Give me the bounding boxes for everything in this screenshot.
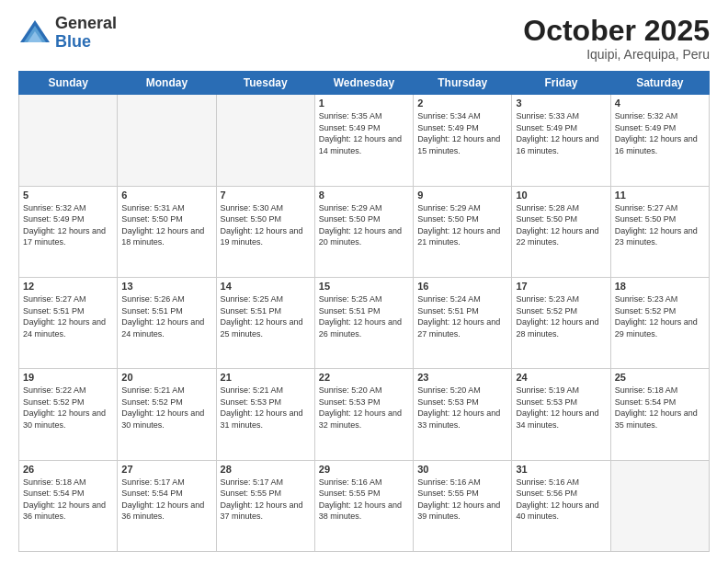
- calendar: SundayMondayTuesdayWednesdayThursdayFrid…: [18, 71, 710, 552]
- day-info: Sunrise: 5:27 AM Sunset: 5:51 PM Dayligh…: [23, 293, 113, 339]
- calendar-cell: 31Sunrise: 5:16 AM Sunset: 5:56 PM Dayli…: [512, 460, 610, 551]
- day-info: Sunrise: 5:25 AM Sunset: 5:51 PM Dayligh…: [319, 293, 409, 339]
- day-info: Sunrise: 5:28 AM Sunset: 5:50 PM Dayligh…: [516, 202, 606, 248]
- calendar-body: 1Sunrise: 5:35 AM Sunset: 5:49 PM Daylig…: [19, 95, 710, 552]
- page: General Blue October 2025 Iquipi, Arequi…: [0, 0, 728, 563]
- day-info: Sunrise: 5:27 AM Sunset: 5:50 PM Dayligh…: [615, 202, 705, 248]
- weekday-header-row: SundayMondayTuesdayWednesdayThursdayFrid…: [19, 72, 710, 95]
- day-info: Sunrise: 5:26 AM Sunset: 5:51 PM Dayligh…: [121, 293, 211, 339]
- day-info: Sunrise: 5:30 AM Sunset: 5:50 PM Dayligh…: [221, 202, 311, 248]
- day-number: 14: [221, 281, 311, 292]
- calendar-cell: 23Sunrise: 5:20 AM Sunset: 5:53 PM Dayli…: [414, 369, 512, 460]
- day-number: 19: [23, 372, 113, 383]
- day-info: Sunrise: 5:34 AM Sunset: 5:49 PM Dayligh…: [417, 110, 507, 156]
- calendar-week-row: 1Sunrise: 5:35 AM Sunset: 5:49 PM Daylig…: [19, 95, 710, 186]
- calendar-cell: [216, 95, 314, 186]
- day-number: 28: [221, 464, 311, 475]
- day-info: Sunrise: 5:16 AM Sunset: 5:55 PM Dayligh…: [417, 477, 507, 523]
- header: General Blue October 2025 Iquipi, Arequi…: [18, 15, 710, 62]
- calendar-cell: 1Sunrise: 5:35 AM Sunset: 5:49 PM Daylig…: [314, 95, 413, 186]
- day-info: Sunrise: 5:21 AM Sunset: 5:53 PM Dayligh…: [221, 385, 311, 431]
- day-info: Sunrise: 5:18 AM Sunset: 5:54 PM Dayligh…: [615, 385, 705, 431]
- month-title: October 2025: [523, 15, 710, 47]
- logo: General Blue: [18, 15, 117, 52]
- day-info: Sunrise: 5:17 AM Sunset: 5:54 PM Dayligh…: [121, 477, 211, 523]
- calendar-cell: 5Sunrise: 5:32 AM Sunset: 5:49 PM Daylig…: [19, 186, 118, 277]
- weekday-header-cell: Saturday: [610, 72, 709, 95]
- day-info: Sunrise: 5:35 AM Sunset: 5:49 PM Dayligh…: [319, 110, 409, 156]
- calendar-cell: 30Sunrise: 5:16 AM Sunset: 5:55 PM Dayli…: [414, 460, 512, 551]
- weekday-header-cell: Monday: [118, 72, 216, 95]
- day-info: Sunrise: 5:32 AM Sunset: 5:49 PM Dayligh…: [23, 202, 113, 248]
- calendar-cell: 26Sunrise: 5:18 AM Sunset: 5:54 PM Dayli…: [19, 460, 118, 551]
- calendar-cell: 16Sunrise: 5:24 AM Sunset: 5:51 PM Dayli…: [414, 277, 512, 368]
- day-info: Sunrise: 5:20 AM Sunset: 5:53 PM Dayligh…: [417, 385, 507, 431]
- day-number: 30: [417, 464, 507, 475]
- calendar-cell: 6Sunrise: 5:31 AM Sunset: 5:50 PM Daylig…: [118, 186, 216, 277]
- title-block: October 2025 Iquipi, Arequipa, Peru: [523, 15, 710, 62]
- calendar-cell: 21Sunrise: 5:21 AM Sunset: 5:53 PM Dayli…: [216, 369, 314, 460]
- day-number: 10: [516, 190, 606, 201]
- day-number: 3: [516, 98, 606, 109]
- calendar-cell: [118, 95, 216, 186]
- day-number: 16: [417, 281, 507, 292]
- calendar-week-row: 19Sunrise: 5:22 AM Sunset: 5:52 PM Dayli…: [19, 369, 710, 460]
- day-number: 31: [516, 464, 606, 475]
- calendar-cell: 24Sunrise: 5:19 AM Sunset: 5:53 PM Dayli…: [512, 369, 610, 460]
- day-number: 27: [121, 464, 211, 475]
- calendar-cell: 15Sunrise: 5:25 AM Sunset: 5:51 PM Dayli…: [314, 277, 413, 368]
- day-info: Sunrise: 5:29 AM Sunset: 5:50 PM Dayligh…: [417, 202, 507, 248]
- calendar-week-row: 26Sunrise: 5:18 AM Sunset: 5:54 PM Dayli…: [19, 460, 710, 551]
- day-number: 8: [319, 190, 409, 201]
- logo-text: General Blue: [55, 15, 117, 52]
- calendar-cell: 18Sunrise: 5:23 AM Sunset: 5:52 PM Dayli…: [610, 277, 709, 368]
- calendar-cell: 27Sunrise: 5:17 AM Sunset: 5:54 PM Dayli…: [118, 460, 216, 551]
- day-number: 2: [417, 98, 507, 109]
- calendar-cell: 3Sunrise: 5:33 AM Sunset: 5:49 PM Daylig…: [512, 95, 610, 186]
- day-info: Sunrise: 5:32 AM Sunset: 5:49 PM Dayligh…: [615, 110, 705, 156]
- calendar-cell: 8Sunrise: 5:29 AM Sunset: 5:50 PM Daylig…: [314, 186, 413, 277]
- day-info: Sunrise: 5:20 AM Sunset: 5:53 PM Dayligh…: [319, 385, 409, 431]
- day-number: 15: [319, 281, 409, 292]
- day-number: 13: [121, 281, 211, 292]
- day-number: 17: [516, 281, 606, 292]
- calendar-cell: 4Sunrise: 5:32 AM Sunset: 5:49 PM Daylig…: [610, 95, 709, 186]
- day-number: 7: [221, 190, 311, 201]
- calendar-week-row: 12Sunrise: 5:27 AM Sunset: 5:51 PM Dayli…: [19, 277, 710, 368]
- logo-icon: [18, 17, 51, 50]
- weekday-header-cell: Wednesday: [314, 72, 413, 95]
- calendar-cell: 22Sunrise: 5:20 AM Sunset: 5:53 PM Dayli…: [314, 369, 413, 460]
- calendar-cell: 10Sunrise: 5:28 AM Sunset: 5:50 PM Dayli…: [512, 186, 610, 277]
- calendar-cell: 9Sunrise: 5:29 AM Sunset: 5:50 PM Daylig…: [414, 186, 512, 277]
- calendar-cell: 17Sunrise: 5:23 AM Sunset: 5:52 PM Dayli…: [512, 277, 610, 368]
- day-info: Sunrise: 5:17 AM Sunset: 5:55 PM Dayligh…: [221, 477, 311, 523]
- day-number: 24: [516, 372, 606, 383]
- day-number: 18: [615, 281, 705, 292]
- calendar-cell: [19, 95, 118, 186]
- day-info: Sunrise: 5:24 AM Sunset: 5:51 PM Dayligh…: [417, 293, 507, 339]
- calendar-cell: 20Sunrise: 5:21 AM Sunset: 5:52 PM Dayli…: [118, 369, 216, 460]
- day-info: Sunrise: 5:16 AM Sunset: 5:56 PM Dayligh…: [516, 477, 606, 523]
- calendar-cell: 11Sunrise: 5:27 AM Sunset: 5:50 PM Dayli…: [610, 186, 709, 277]
- logo-general-text: General: [55, 15, 117, 33]
- calendar-week-row: 5Sunrise: 5:32 AM Sunset: 5:49 PM Daylig…: [19, 186, 710, 277]
- location: Iquipi, Arequipa, Peru: [523, 47, 710, 62]
- day-number: 29: [319, 464, 409, 475]
- day-info: Sunrise: 5:29 AM Sunset: 5:50 PM Dayligh…: [319, 202, 409, 248]
- day-number: 20: [121, 372, 211, 383]
- calendar-cell: 28Sunrise: 5:17 AM Sunset: 5:55 PM Dayli…: [216, 460, 314, 551]
- day-number: 25: [615, 372, 705, 383]
- calendar-cell: 7Sunrise: 5:30 AM Sunset: 5:50 PM Daylig…: [216, 186, 314, 277]
- day-info: Sunrise: 5:23 AM Sunset: 5:52 PM Dayligh…: [615, 293, 705, 339]
- day-number: 4: [615, 98, 705, 109]
- calendar-cell: 29Sunrise: 5:16 AM Sunset: 5:55 PM Dayli…: [314, 460, 413, 551]
- calendar-cell: 2Sunrise: 5:34 AM Sunset: 5:49 PM Daylig…: [414, 95, 512, 186]
- day-number: 23: [417, 372, 507, 383]
- calendar-cell: 12Sunrise: 5:27 AM Sunset: 5:51 PM Dayli…: [19, 277, 118, 368]
- day-number: 22: [319, 372, 409, 383]
- day-number: 6: [121, 190, 211, 201]
- day-info: Sunrise: 5:18 AM Sunset: 5:54 PM Dayligh…: [23, 477, 113, 523]
- weekday-header-cell: Tuesday: [216, 72, 314, 95]
- day-info: Sunrise: 5:25 AM Sunset: 5:51 PM Dayligh…: [221, 293, 311, 339]
- day-number: 21: [221, 372, 311, 383]
